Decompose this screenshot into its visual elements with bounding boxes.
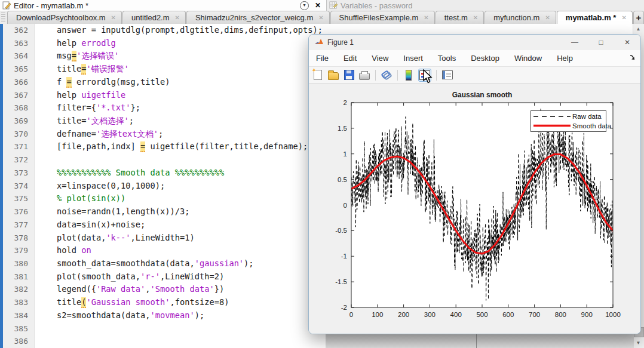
code-token: 'gaussian' — [195, 258, 244, 268]
line-number[interactable]: 368 — [3, 101, 34, 115]
code-token: }) — [214, 284, 224, 294]
close-button[interactable]: ✕ — [614, 35, 640, 50]
open-file-icon — [328, 72, 339, 80]
svg-text:-2: -2 — [341, 304, 347, 311]
svg-text:1000: 1000 — [605, 311, 621, 318]
line-number[interactable]: 385 — [3, 322, 34, 335]
link-plot-button[interactable] — [381, 69, 392, 81]
variables-panel-titlebar[interactable]: Variables - password — [326, 0, 644, 11]
menu-insert[interactable]: Insert — [403, 54, 423, 63]
save-figure-button[interactable] — [343, 69, 355, 81]
line-number[interactable]: 380 — [3, 257, 34, 270]
maximize-button[interactable]: □ — [588, 35, 614, 50]
file-tab[interactable]: ShuffleFilesExample.m✕ — [330, 11, 435, 24]
tab-close-icon[interactable]: ✕ — [545, 14, 550, 21]
menu-edit[interactable]: Edit — [344, 54, 357, 63]
new-figure-button[interactable] — [312, 69, 324, 81]
line-number[interactable]: 363 — [3, 37, 34, 50]
insert-colorbar-button[interactable] — [403, 69, 415, 81]
tab-label: DownloadPsychtoolbox.m — [16, 13, 106, 22]
code-token: ); — [195, 310, 204, 320]
menu-tools[interactable]: Tools — [438, 54, 456, 63]
tab-close-icon[interactable]: ✕ — [318, 14, 323, 21]
line-number[interactable]: 376 — [3, 205, 34, 218]
menu-window[interactable]: Window — [514, 54, 542, 63]
svg-text:400: 400 — [450, 311, 462, 318]
code-token: 'r-' — [140, 272, 160, 281]
menu-desktop[interactable]: Desktop — [471, 54, 499, 63]
code-token: msg — [37, 51, 72, 60]
figure-titlebar[interactable]: Figure 1 — □ ✕ — [309, 35, 640, 50]
figure-menubar: FileEditViewInsertToolsDesktopWindowHelp — [309, 50, 640, 67]
line-number[interactable]: 369 — [3, 115, 34, 128]
new-tab-button[interactable]: + — [633, 11, 644, 24]
menu-help[interactable]: Help — [557, 54, 573, 63]
tabbar-grip[interactable] — [1, 13, 5, 23]
line-number[interactable]: 365 — [3, 63, 34, 76]
line-number[interactable]: 366 — [3, 76, 34, 89]
file-tab[interactable]: DownloadPsychtoolbox.m✕ — [7, 11, 122, 24]
code-token: '错误报警' — [86, 64, 128, 73]
line-number[interactable]: 372 — [3, 153, 34, 167]
property-inspector-icon — [442, 70, 453, 79]
line-number[interactable]: 364 — [3, 50, 34, 63]
file-tab[interactable]: Shimadzu2nirs_s2vector_weicg.m✕ — [186, 11, 330, 24]
svg-text:0: 0 — [349, 311, 353, 318]
property-inspector-button[interactable] — [441, 69, 453, 81]
line-number-gutter[interactable]: 3623633643653663673683693703713723733743… — [3, 24, 35, 348]
scrollbar-down-icon[interactable]: ▼ — [633, 338, 643, 348]
figure-canvas[interactable]: 01002003004005006007008009001000-2-1.5-1… — [309, 84, 640, 334]
line-number[interactable]: 367 — [3, 89, 34, 102]
code-token: 'movmean' — [151, 310, 195, 320]
code-token: '选择text文档' — [96, 129, 158, 138]
line-number[interactable]: 379 — [3, 244, 34, 257]
panel-close-icon[interactable]: ✕ — [315, 1, 321, 10]
line-number[interactable]: 384 — [3, 309, 34, 322]
svg-text:-1: -1 — [341, 252, 347, 260]
code-token: '*.txt' — [96, 103, 131, 112]
line-number[interactable]: 383 — [3, 296, 34, 309]
save-figure-icon — [344, 70, 354, 80]
tab-close-icon[interactable]: ✕ — [111, 14, 116, 21]
svg-text:1: 1 — [344, 150, 347, 158]
line-number[interactable]: 370 — [3, 128, 34, 141]
open-file-button[interactable] — [327, 69, 339, 81]
tab-close-icon[interactable]: ✕ — [175, 14, 180, 21]
file-tab[interactable]: ttest.m✕ — [436, 11, 484, 24]
code-token: ,LineWidth=2) — [160, 272, 224, 281]
menu-file[interactable]: File — [316, 54, 329, 63]
code-token: ); — [244, 258, 253, 268]
line-number[interactable]: 374 — [3, 180, 34, 193]
code-token: help — [37, 90, 81, 100]
minimize-button[interactable]: — — [562, 35, 588, 50]
line-number[interactable]: 375 — [3, 192, 34, 205]
file-tab[interactable]: untitled2.m✕ — [122, 11, 186, 24]
code-token: = — [66, 77, 71, 88]
scrollbar-up-icon[interactable]: ▲ — [633, 24, 643, 34]
line-number[interactable]: 386 — [3, 335, 34, 348]
tab-close-icon[interactable]: ✕ — [621, 14, 626, 21]
panel-menu-icon[interactable]: ▾ — [300, 1, 309, 10]
line-number[interactable]: 382 — [3, 283, 34, 296]
line-number[interactable]: 373 — [3, 167, 34, 180]
insert-colorbar-icon — [406, 70, 412, 81]
figure-window[interactable]: Figure 1 — □ ✕ FileEditViewInsertToolsDe… — [308, 34, 641, 334]
file-tab[interactable]: myfunction.m✕ — [484, 11, 556, 24]
tab-close-icon[interactable]: ✕ — [424, 14, 428, 21]
print-figure-button[interactable] — [358, 69, 370, 81]
svg-text:0: 0 — [344, 202, 347, 209]
code-token: ; — [129, 116, 134, 125]
line-number[interactable]: 377 — [3, 218, 34, 232]
line-number[interactable]: 381 — [3, 270, 34, 284]
menu-view[interactable]: View — [372, 54, 388, 63]
code-token: x=linspace(0,10,1000); — [37, 181, 165, 190]
line-number[interactable]: 371 — [3, 140, 34, 153]
print-figure-icon — [359, 73, 370, 80]
file-tab[interactable]: mymatlab.m *✕ — [557, 11, 633, 24]
panel-title-strip: Editor - mymatlab.m * ▾ ✕ Variables - pa… — [0, 0, 644, 11]
line-number[interactable]: 362 — [3, 24, 34, 37]
menu-pullright-icon[interactable] — [630, 55, 636, 61]
tab-close-icon[interactable]: ✕ — [473, 14, 478, 21]
line-number[interactable]: 378 — [3, 232, 34, 245]
svg-text:800: 800 — [555, 311, 566, 318]
